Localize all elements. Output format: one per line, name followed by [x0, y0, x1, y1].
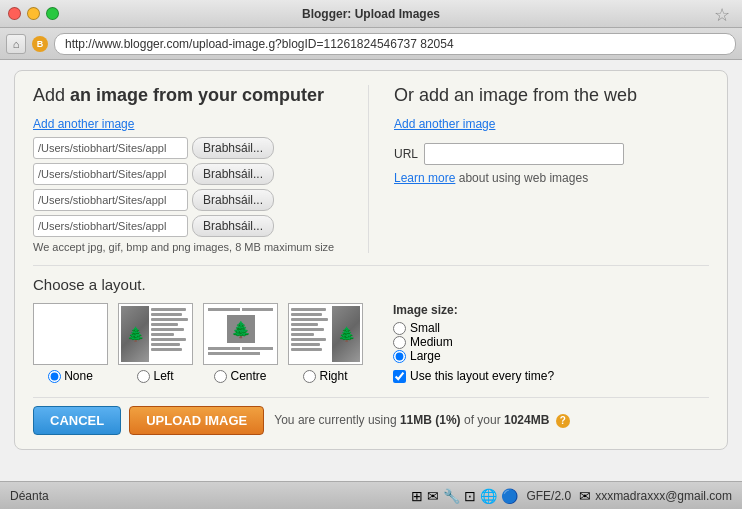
use-layout-checkbox-label[interactable]: Use this layout every time?: [393, 369, 554, 383]
radio-centre-label[interactable]: Centre: [214, 369, 266, 383]
radio-none[interactable]: [48, 370, 61, 383]
file-row-3: /Users/stiobhart/Sites/appl Brabhsáil...: [33, 189, 348, 211]
layout-left: Left: [118, 303, 193, 383]
sys-tray-icon-2: ✉: [427, 488, 439, 504]
file-path-4: /Users/stiobhart/Sites/appl: [33, 215, 188, 237]
layout-right: Right: [288, 303, 363, 383]
file-row-1: /Users/stiobhart/Sites/appl Brabhsáil...: [33, 137, 348, 159]
image-size-title: Image size:: [393, 303, 458, 317]
radio-centre[interactable]: [214, 370, 227, 383]
file-path-3: /Users/stiobhart/Sites/appl: [33, 189, 188, 211]
radio-medium[interactable]: [393, 336, 406, 349]
browse-btn-3[interactable]: Brabhsáil...: [192, 189, 274, 211]
preview-img-right: [332, 306, 360, 362]
window-controls[interactable]: [8, 7, 59, 20]
top-columns: Add an image from your computer Add anot…: [33, 85, 709, 253]
status-left: Déanta: [10, 489, 49, 503]
radio-large-label[interactable]: Large: [393, 349, 441, 363]
radio-right-label[interactable]: Right: [303, 369, 347, 383]
file-row-2: /Users/stiobhart/Sites/appl Brabhsáil...: [33, 163, 348, 185]
sys-tray-icon-4: ⊡: [464, 488, 476, 504]
browse-btn-4[interactable]: Brabhsáil...: [192, 215, 274, 237]
storage-text: You are currently using 11MB (1%) of you…: [274, 413, 569, 428]
layout-row: None: [33, 303, 709, 383]
layout-section: Choose a layout. None: [33, 265, 709, 383]
add-another-link-left[interactable]: Add another image: [33, 117, 134, 131]
preview-img-left: [121, 306, 149, 362]
sys-tray-icon-5: 🌐: [480, 488, 497, 504]
radio-right[interactable]: [303, 370, 316, 383]
layout-centre: 🌲 Centre: [203, 303, 278, 383]
layout-title: Choose a layout.: [33, 276, 709, 293]
bookmark-icon[interactable]: ☆: [714, 4, 734, 24]
minimize-button[interactable]: [27, 7, 40, 20]
accept-text: We accept jpg, gif, bmp and png images, …: [33, 241, 348, 253]
layout-none: None: [33, 303, 108, 383]
radio-medium-label[interactable]: Medium: [393, 335, 453, 349]
use-layout-checkbox[interactable]: [393, 370, 406, 383]
browse-btn-2[interactable]: Brabhsáil...: [192, 163, 274, 185]
text-lines-right: [291, 306, 330, 362]
learn-more-link[interactable]: Learn more: [394, 171, 455, 185]
address-bar: ⌂ B: [0, 28, 742, 60]
image-size-section: Image size: Small Medium Large Use this …: [393, 303, 554, 383]
status-email-icon: ✉: [579, 488, 591, 504]
close-button[interactable]: [8, 7, 21, 20]
status-email: xxxmadraxxx@gmail.com: [595, 489, 732, 503]
address-input[interactable]: [54, 33, 736, 55]
radio-large[interactable]: [393, 350, 406, 363]
learn-more-text: Learn more about using web images: [394, 171, 709, 185]
content-area: Add an image from your computer Add anot…: [0, 60, 742, 481]
title-bar: Blogger: Upload Images ☆: [0, 0, 742, 28]
status-bar: Déanta ⊞ ✉ 🔧 ⊡ 🌐 🔵 GFE/2.0 ✉ xxxmadraxxx…: [0, 481, 742, 509]
file-path-1: /Users/stiobhart/Sites/appl: [33, 137, 188, 159]
radio-small-label[interactable]: Small: [393, 321, 440, 335]
upload-button[interactable]: UPLOAD IMAGE: [129, 406, 264, 435]
text-lines-left: [151, 306, 190, 362]
blogger-icon: B: [32, 36, 48, 52]
maximize-button[interactable]: [46, 7, 59, 20]
action-bar: CANCEL UPLOAD IMAGE You are currently us…: [33, 397, 709, 435]
use-layout-label: Use this layout every time?: [410, 369, 554, 383]
url-input[interactable]: [424, 143, 624, 165]
right-section-title: Or add an image from the web: [394, 85, 709, 106]
sys-tray-icon-6: 🔵: [501, 488, 518, 504]
window-title: Blogger: Upload Images: [302, 7, 440, 21]
left-section-title: Add an image from your computer: [33, 85, 348, 106]
url-label: URL: [394, 147, 418, 161]
preview-none: [33, 303, 108, 365]
url-row: URL: [394, 143, 709, 165]
file-row-4: /Users/stiobhart/Sites/appl Brabhsáil...: [33, 215, 348, 237]
preview-centre: 🌲: [203, 303, 278, 365]
cancel-button[interactable]: CANCEL: [33, 406, 121, 435]
status-icons: ⊞ ✉ 🔧 ⊡ 🌐 🔵 GFE/2.0 ✉ xxxmadraxxx@gmail.…: [411, 488, 732, 504]
help-icon[interactable]: ?: [556, 414, 570, 428]
sys-tray-icon-3: 🔧: [443, 488, 460, 504]
preview-left: [118, 303, 193, 365]
sys-tray-icon-1: ⊞: [411, 488, 423, 504]
file-path-2: /Users/stiobhart/Sites/appl: [33, 163, 188, 185]
radio-none-label[interactable]: None: [48, 369, 93, 383]
radio-left-label[interactable]: Left: [137, 369, 173, 383]
radio-left[interactable]: [137, 370, 150, 383]
radio-small[interactable]: [393, 322, 406, 335]
left-column: Add an image from your computer Add anot…: [33, 85, 369, 253]
file-rows: /Users/stiobhart/Sites/appl Brabhsáil...…: [33, 137, 348, 237]
add-another-link-right[interactable]: Add another image: [394, 117, 495, 131]
home-icon[interactable]: ⌂: [6, 34, 26, 54]
right-column: Or add an image from the web Add another…: [389, 85, 709, 253]
browse-btn-1[interactable]: Brabhsáil...: [192, 137, 274, 159]
status-server: GFE/2.0: [526, 489, 571, 503]
preview-right: [288, 303, 363, 365]
layout-options: None: [33, 303, 363, 383]
